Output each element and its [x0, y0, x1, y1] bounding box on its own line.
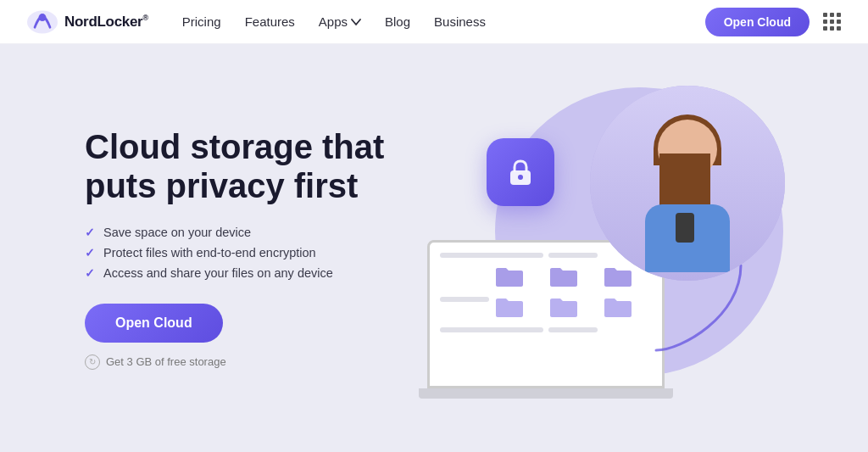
grid-dot	[837, 26, 841, 31]
spacer	[440, 265, 489, 288]
svg-point-3	[518, 175, 523, 180]
nav-pricing[interactable]: Pricing	[182, 14, 221, 29]
free-storage-notice: ↻ Get 3 GB of free storage	[85, 354, 410, 370]
hero-title: Cloud storage that puts privacy first	[85, 127, 407, 205]
logo[interactable]: NordLocker®	[27, 10, 148, 34]
hero-feature-text: Access and share your files on any devic…	[103, 266, 333, 280]
file-line	[440, 297, 489, 302]
hero-feature-3: ✓ Access and share your files on any dev…	[85, 266, 410, 280]
woman-phone	[676, 213, 694, 243]
svg-point-1	[39, 14, 47, 21]
nav-open-cloud-button[interactable]: Open Cloud	[705, 8, 810, 36]
file-line	[440, 253, 543, 258]
grid-dot	[823, 20, 827, 24]
grid-dot	[830, 20, 834, 24]
chevron-down-icon	[351, 19, 361, 25]
checkmark-icon: ✓	[85, 226, 95, 239]
logo-text: NordLocker®	[64, 14, 148, 31]
folder-icon	[548, 295, 579, 319]
info-icon: ↻	[85, 354, 100, 370]
folder-icon	[494, 265, 525, 288]
hero-feature-1: ✓ Save space on your device	[85, 226, 410, 239]
checkmark-icon: ✓	[85, 266, 95, 280]
hero-feature-2: ✓ Protect files with end-to-end encrypti…	[85, 246, 410, 259]
hero-open-cloud-button[interactable]: Open Cloud	[85, 304, 223, 343]
grid-dot	[830, 13, 834, 17]
folder-icon	[548, 265, 579, 288]
nordlocker-logo-icon	[27, 10, 58, 34]
hero-feature-text: Save space on your device	[103, 226, 251, 239]
folder-icon	[494, 295, 525, 319]
nav-blog[interactable]: Blog	[385, 14, 410, 29]
checkmark-icon: ✓	[85, 246, 95, 259]
grid-dot	[823, 13, 827, 17]
nav-right: Open Cloud	[705, 8, 841, 36]
hero-woman-image	[590, 86, 785, 281]
lock-icon	[504, 156, 537, 188]
woman-body	[645, 204, 730, 272]
nav-business[interactable]: Business	[434, 14, 486, 29]
lock-bubble	[487, 138, 554, 206]
hero-content: Cloud storage that puts privacy first ✓ …	[85, 127, 410, 370]
folder-icon	[603, 295, 633, 319]
nav-features[interactable]: Features	[245, 14, 295, 29]
nav-links: Pricing Features Apps Blog Business	[182, 14, 705, 29]
hero-section: Cloud storage that puts privacy first ✓ …	[0, 44, 868, 452]
navbar: NordLocker® Pricing Features Apps Blog B…	[0, 0, 868, 44]
hero-feature-text: Protect files with end-to-end encryption	[103, 246, 316, 259]
grid-dot	[837, 20, 841, 24]
grid-dot	[830, 26, 834, 31]
grid-dot	[823, 26, 827, 31]
free-storage-text: Get 3 GB of free storage	[106, 355, 226, 368]
file-line	[440, 327, 543, 332]
grid-dot	[837, 13, 841, 17]
file-line	[548, 327, 598, 332]
hero-illustration	[410, 62, 800, 435]
laptop-base	[419, 388, 673, 399]
hero-features-list: ✓ Save space on your device ✓ Protect fi…	[85, 226, 410, 280]
nav-apps[interactable]: Apps	[319, 14, 361, 29]
woman-silhouette	[590, 86, 785, 281]
grid-menu-button[interactable]	[823, 13, 841, 31]
